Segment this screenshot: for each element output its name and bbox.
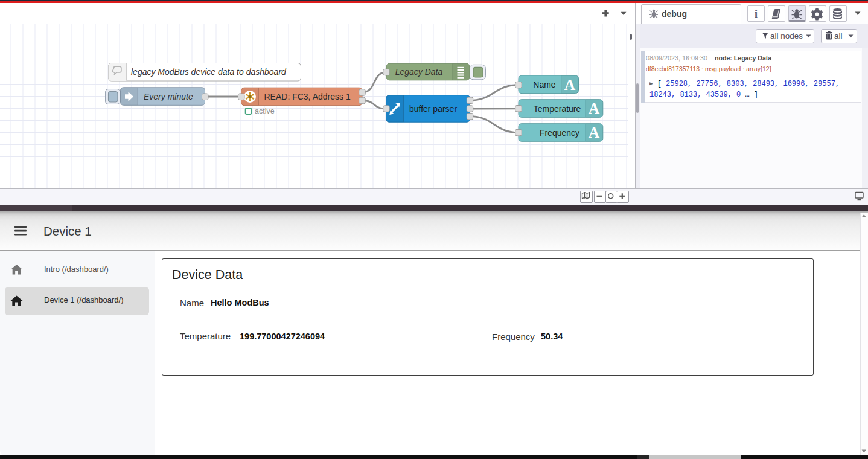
svg-text:i: i [755,8,758,20]
